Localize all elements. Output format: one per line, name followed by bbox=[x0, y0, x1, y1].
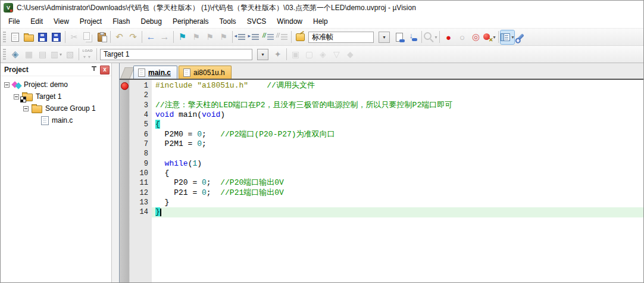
window-layout-button[interactable]: ▾ bbox=[501, 30, 514, 44]
outdent-button[interactable] bbox=[248, 30, 262, 44]
close-panel-button[interactable]: x bbox=[100, 66, 110, 74]
multi-project-button[interactable]: ◈ bbox=[316, 48, 330, 61]
expand-toggle-icon[interactable] bbox=[23, 106, 29, 111]
menu-debug[interactable]: Debug bbox=[136, 15, 167, 27]
menu-tools[interactable]: Tools bbox=[214, 15, 242, 27]
stop-build-button[interactable]: ▧ bbox=[63, 48, 77, 61]
paste-button[interactable] bbox=[95, 30, 108, 44]
search-combobox-dropdown[interactable]: ▾ bbox=[379, 32, 390, 43]
dropdown-arrow-icon[interactable]: ▾ bbox=[60, 52, 62, 57]
expand-toggle-icon[interactable] bbox=[4, 82, 10, 88]
code-text[interactable]: { bbox=[152, 169, 643, 178]
incremental-find-button[interactable] bbox=[406, 30, 420, 44]
breakpoint-cell[interactable] bbox=[120, 101, 130, 110]
translate-button[interactable]: ◈ bbox=[8, 48, 22, 61]
code-text[interactable]: while(1) bbox=[152, 159, 643, 169]
tree-item-main-c[interactable]: main.c bbox=[1, 114, 111, 126]
panel-splitter[interactable] bbox=[112, 63, 119, 282]
tree-item-project-demo[interactable]: Project: demo bbox=[1, 79, 111, 91]
target-options-button[interactable]: ✦ bbox=[271, 48, 285, 61]
insert-breakpoint-button[interactable]: ● bbox=[442, 30, 455, 44]
menu-flash[interactable]: Flash bbox=[107, 15, 135, 27]
tab-ai8051u-h[interactable]: ai8051u.h bbox=[179, 66, 232, 79]
breakpoint-cell[interactable] bbox=[120, 178, 130, 188]
open-file-button[interactable] bbox=[22, 30, 36, 44]
find-settings-button[interactable] bbox=[293, 30, 307, 44]
code-text[interactable] bbox=[152, 91, 643, 100]
comment-button[interactable] bbox=[262, 30, 276, 44]
build-button[interactable]: ▦ bbox=[22, 48, 36, 61]
code-text[interactable]: { bbox=[152, 120, 643, 129]
breakpoint-cell[interactable] bbox=[120, 81, 130, 91]
expand-toggle-icon[interactable] bbox=[14, 94, 19, 99]
save-all-button[interactable] bbox=[49, 30, 63, 44]
code-text[interactable]: P21 = 0; //P21端口输出0V bbox=[152, 188, 643, 198]
pack-installer-button[interactable]: ◆ bbox=[343, 48, 357, 61]
menu-edit[interactable]: Edit bbox=[25, 15, 48, 27]
kill-breakpoint-button[interactable]: ◎ bbox=[469, 30, 483, 44]
menu-peripherals[interactable]: Peripherals bbox=[167, 15, 214, 27]
breakpoint-cell[interactable] bbox=[120, 130, 130, 139]
menu-svcs[interactable]: SVCS bbox=[242, 15, 272, 27]
configure-button[interactable] bbox=[514, 30, 528, 44]
uncomment-button[interactable] bbox=[276, 30, 289, 44]
tree-item-source-group-1[interactable]: Source Group 1 bbox=[1, 102, 111, 114]
clear-bookmarks-button[interactable]: ⚑ bbox=[217, 30, 230, 44]
code-text[interactable]: P2M0 = 0; //P2端口(P20-P27)为准双向口 bbox=[152, 130, 643, 139]
menu-view[interactable]: View bbox=[48, 15, 74, 27]
code-text[interactable]: } bbox=[152, 198, 643, 207]
menu-help[interactable]: Help bbox=[308, 15, 333, 27]
breakpoint-cell[interactable] bbox=[120, 198, 130, 207]
target-combobox[interactable]: Target 1 bbox=[100, 49, 252, 60]
code-text[interactable]: void main(void) bbox=[152, 110, 643, 120]
copy-button[interactable] bbox=[81, 30, 95, 44]
code-text[interactable]: P20 = 0; //P20端口输出0V bbox=[152, 178, 643, 188]
next-bookmark-button[interactable]: ⚑ bbox=[203, 30, 217, 44]
redo-button[interactable]: ↷ bbox=[126, 30, 140, 44]
breakpoint-cell[interactable] bbox=[120, 120, 130, 129]
batch-build-button[interactable]: ▥▾ bbox=[49, 48, 63, 61]
rebuild-button[interactable]: ▤ bbox=[36, 48, 49, 61]
breakpoint-icon[interactable] bbox=[121, 82, 129, 90]
toggle-bookmark-button[interactable]: ⚑ bbox=[176, 30, 189, 44]
funnel-button[interactable]: ▽ bbox=[330, 48, 343, 61]
menu-file[interactable]: File bbox=[3, 15, 25, 27]
new-file-button[interactable] bbox=[8, 30, 22, 44]
code-text[interactable] bbox=[152, 149, 643, 158]
lookup-button[interactable]: ▾ bbox=[424, 30, 437, 44]
menu-window[interactable]: Window bbox=[271, 15, 308, 27]
code-editor[interactable]: 1#include "ai8051u.h" //调用头文件23//注意：擎天柱的… bbox=[120, 80, 643, 282]
cut-button[interactable]: ✂ bbox=[67, 30, 81, 44]
dropdown-arrow-icon[interactable]: ▾ bbox=[511, 35, 514, 40]
navigate-back-button[interactable]: ← bbox=[144, 30, 158, 44]
breakpoint-cell[interactable] bbox=[120, 110, 130, 120]
dropdown-arrow-icon[interactable]: ▾ bbox=[493, 35, 495, 40]
undo-button[interactable]: ↶ bbox=[112, 30, 126, 44]
toolbar-grip[interactable] bbox=[3, 32, 6, 42]
tab-main-c[interactable]: main.c bbox=[133, 66, 177, 79]
breakpoint-cell[interactable] bbox=[120, 188, 130, 198]
save-button[interactable] bbox=[36, 30, 49, 44]
dropdown-arrow-icon[interactable]: ▾ bbox=[434, 35, 437, 40]
breakpoint-cell[interactable] bbox=[120, 207, 130, 217]
target-combobox-dropdown[interactable]: ▾ bbox=[257, 49, 268, 60]
code-text[interactable]: } bbox=[152, 207, 643, 217]
download-button[interactable] bbox=[81, 48, 95, 61]
menu-project[interactable]: Project bbox=[74, 15, 107, 27]
navigate-forward-button[interactable]: → bbox=[158, 30, 171, 44]
indent-button[interactable] bbox=[235, 30, 248, 44]
breakpoint-cell[interactable] bbox=[120, 139, 130, 149]
tree-item-target-1[interactable]: Target 1 bbox=[1, 91, 111, 102]
code-text[interactable]: //注意：擎天柱的LED端口在P2，且没有三极管的电源控制，所以只要控制P2端口… bbox=[152, 101, 643, 110]
code-text[interactable]: P2M1 = 0; bbox=[152, 139, 643, 149]
code-text[interactable]: #include "ai8051u.h" //调用头文件 bbox=[152, 81, 643, 91]
find-in-files-button[interactable] bbox=[392, 30, 406, 44]
kill-all-breakpoints-button[interactable]: ▾ bbox=[483, 30, 496, 44]
breakpoint-cell[interactable] bbox=[120, 149, 130, 158]
manage-windows-button[interactable]: ▢ bbox=[302, 48, 316, 61]
file-extensions-button[interactable]: ▣ bbox=[289, 48, 302, 61]
search-combobox[interactable]: 标准帧 bbox=[308, 32, 374, 43]
breakpoint-cell[interactable] bbox=[120, 91, 130, 100]
breakpoint-cell[interactable] bbox=[120, 169, 130, 178]
toolbar-grip[interactable] bbox=[3, 49, 6, 60]
